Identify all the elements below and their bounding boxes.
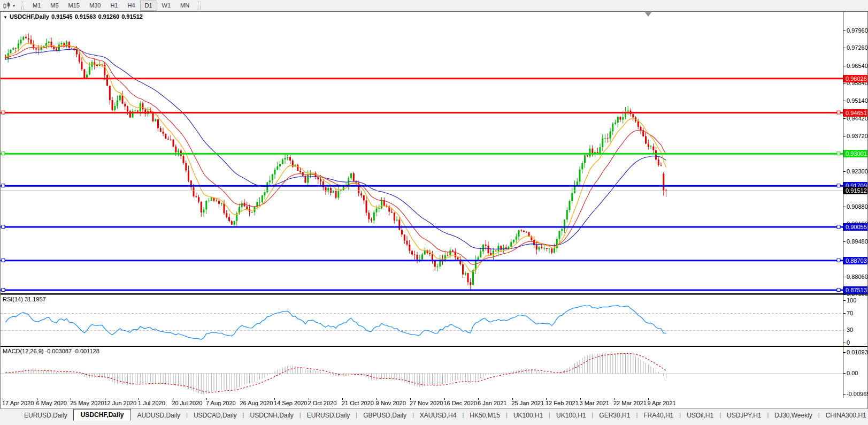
price-chart-canvas[interactable] [1, 12, 843, 293]
hline-price-badge: 0.93001 [843, 150, 867, 157]
hline-handle-right[interactable] [837, 111, 840, 114]
rsi-tick-label: 100 [847, 297, 856, 304]
hline-price-badge: 0.87513 [843, 286, 867, 294]
macd-pane[interactable]: MACD(12,26,9) -0.003087 -0.001128 [1, 346, 867, 399]
ohlc-open: 0.91545 [51, 13, 73, 20]
rsi-pane[interactable]: RSI(14) 31.1957 [1, 294, 867, 346]
timeframe-w1[interactable]: W1 [157, 1, 176, 11]
rsi-canvas[interactable] [1, 295, 843, 345]
symbol-label: USDCHF,Daily [10, 13, 49, 20]
chevron-down-icon: ▾ [13, 3, 15, 8]
tab-gbpusd-daily[interactable]: GBPUSD,Daily [357, 410, 412, 421]
toolbar-grip-2 [198, 2, 201, 10]
top-toolbar: ▾ M1M5M15M30H1H4D1W1MN [0, 0, 868, 11]
axis-tick-dash [843, 118, 846, 119]
hline-handle-right[interactable] [837, 225, 840, 229]
hline-handle-right[interactable] [837, 289, 840, 292]
time-axis[interactable]: 17 Apr 20206 May 202025 May 202012 Jun 2… [1, 398, 867, 407]
tab-xauusd-h4[interactable]: XAUUSD,H4 [414, 410, 463, 421]
date-label: 9 Apr 2021 [648, 400, 676, 406]
hline-price-badge: 0.88703 [843, 257, 867, 264]
date-label: 25 Jan 2021 [512, 400, 544, 406]
collapse-triangle-icon[interactable]: ▼ [3, 15, 7, 20]
ohlc-high: 0.91563 [75, 13, 96, 20]
rsi-line [6, 305, 666, 339]
timeframe-buttons: M1M5M15M30H1H4D1W1MN [28, 1, 194, 11]
date-label: 20 Jul 2020 [172, 400, 203, 406]
timeframe-d1[interactable]: D1 [140, 1, 157, 11]
hline-handle-right[interactable] [837, 259, 840, 262]
tab-fra40-h1[interactable]: FRA40,H1 [637, 410, 679, 421]
price-tick-label: 0.95140 [847, 97, 868, 104]
tab-dj30-weekly[interactable]: DJ30,Weekly [769, 410, 818, 421]
axis-tick-dash [843, 330, 846, 330]
date-label: 17 Apr 2020 [2, 400, 34, 406]
date-label: 16 Dec 2020 [444, 400, 477, 406]
date-label: 3 Mar 2021 [580, 400, 610, 406]
price-tick-label: 0.89480 [847, 238, 868, 245]
hline-handle-left[interactable] [2, 225, 5, 229]
timeframe-h1[interactable]: H1 [105, 1, 122, 11]
tab-usdcnh-daily[interactable]: USDCNH,Daily [244, 410, 299, 421]
date-label: 12 Jun 2020 [104, 400, 137, 406]
date-label: 22 Mar 2021 [613, 400, 647, 406]
tab-china300-h1[interactable]: CHINA300,H1 [820, 410, 868, 421]
hline-handle-right[interactable] [837, 184, 840, 187]
hline-handle-right[interactable] [837, 152, 840, 155]
chart-shift-marker-icon[interactable] [645, 12, 651, 17]
price-pane[interactable]: ▼USDCHF,Daily0.915450.915630.912600.9151… [1, 12, 867, 294]
tab-eurusd-daily[interactable]: EURUSD,Daily [18, 410, 73, 421]
tab-audusd-daily[interactable]: AUDUSD,Daily [131, 410, 186, 421]
axis-tick-dash [843, 294, 846, 294]
tab-uk100-h1[interactable]: UK100,H1 [508, 410, 549, 421]
tab-usdcad-daily[interactable]: USDCAD,Daily [188, 410, 243, 421]
axis-tick-dash [843, 300, 846, 301]
macd-canvas[interactable] [1, 347, 843, 398]
price-axis[interactable]: 0.979600.972600.965400.958400.951400.944… [843, 12, 867, 399]
tab-eurusd-daily[interactable]: EURUSD,Daily [301, 410, 356, 421]
axis-tick-dash [843, 101, 846, 101]
hline-handle-left[interactable] [2, 289, 5, 292]
axis-tick-dash [843, 313, 846, 314]
date-label: 25 May 2020 [70, 400, 104, 406]
chart-type-button[interactable]: ▾ [0, 0, 18, 11]
macd-tick-label: 0.010933 [847, 349, 868, 356]
axis-tick-dash [843, 207, 846, 207]
hline-handle-left[interactable] [2, 152, 5, 155]
hline-handle-left[interactable] [2, 184, 5, 187]
axis-tick-dash [843, 83, 846, 84]
tab-usdchf-daily[interactable]: USDCHF,Daily [73, 409, 132, 421]
tab-uk100-h1[interactable]: UK100,H1 [550, 410, 592, 421]
timeframe-m30[interactable]: M30 [85, 1, 105, 11]
price-tick-label: 0.90880 [847, 203, 868, 210]
bottom-strip [0, 421, 868, 425]
hline-price-badge: 0.90055 [843, 223, 867, 231]
timeframe-m5[interactable]: M5 [45, 1, 63, 11]
tab-ger30-h1[interactable]: GER30,H1 [593, 410, 636, 421]
date-label: 14 Sep 2020 [274, 400, 307, 406]
date-label: 12 Feb 2021 [546, 400, 579, 406]
price-tick-label: 0.97260 [847, 44, 868, 51]
hline-handle-left[interactable] [2, 111, 5, 114]
chart-title: ▼USDCHF,Daily0.915450.915630.912600.9151… [3, 13, 145, 20]
price-tick-label: 0.96540 [847, 63, 868, 70]
timeframe-m15[interactable]: M15 [64, 1, 85, 11]
hline-price-badge: 0.96026 [843, 75, 867, 82]
rsi-tick-label: 0 [847, 339, 850, 346]
date-label: 21 Oct 2020 [342, 400, 374, 406]
timeframe-m1[interactable]: M1 [28, 1, 45, 11]
axis-tick-dash [843, 241, 846, 242]
tab-usdjpy-h1[interactable]: USDJPY,H1 [721, 410, 767, 421]
rsi-label: RSI(14) 31.1957 [3, 296, 46, 302]
date-label: 9 Nov 2020 [376, 400, 406, 406]
chart-tab-bar: EURUSD,DailyUSDCHF,DailyAUDUSD,Daily|USD… [0, 408, 868, 421]
rsi-tick-label: 70 [847, 310, 853, 317]
timeframe-mn[interactable]: MN [175, 1, 194, 11]
date-label: 27 Nov 2020 [410, 400, 443, 406]
price-tick-label: 0.97960 [847, 27, 868, 34]
tab-hk50-m15[interactable]: HK50,M15 [464, 410, 506, 421]
tab-usoil-h1[interactable]: USOil,H1 [681, 410, 719, 421]
timeframe-h4[interactable]: H4 [122, 1, 140, 11]
hline-handle-left[interactable] [2, 259, 5, 262]
chart-window: ▼USDCHF,Daily0.915450.915630.912600.9151… [0, 11, 868, 409]
